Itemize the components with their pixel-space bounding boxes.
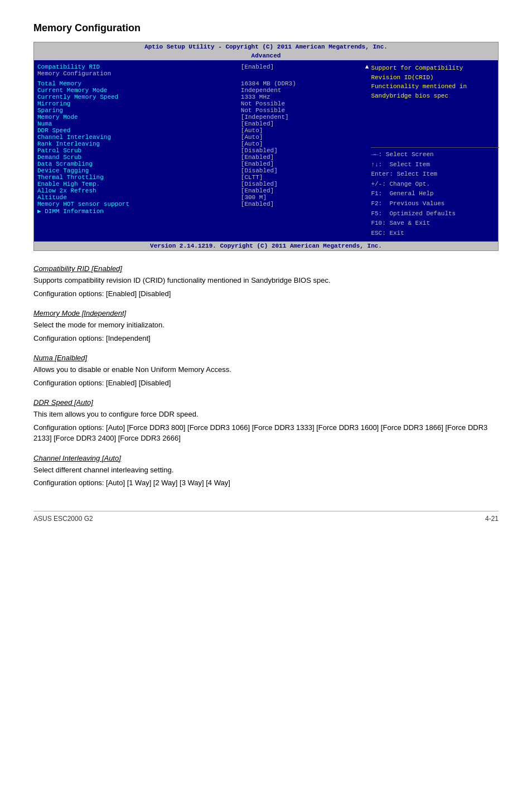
bios-menu-item-compatibility-rid[interactable]: Compatibility RID [37,64,239,70]
bios-left-panel: Compatibility RID Memory Configuration T… [37,64,239,238]
val-numa: [Enabled] [241,120,369,127]
doc-options-ddr-speed: Configuration options: [Auto] [Force DDR… [33,422,499,444]
doc-section: Compatibility RID [Enabled] Supports com… [33,264,499,489]
bios-help-text: Support for Compatibility Revision ID(CR… [371,64,499,100]
bios-menu-item-sparing[interactable]: Sparing [37,107,239,114]
bios-right-panel: Support for Compatibility Revision ID(CR… [371,64,499,238]
doc-desc-numa: Allows you to disable or enable Non Unif… [33,364,499,375]
val-hot-sensor: [Enabled] [241,201,369,207]
doc-title-numa: Numa [Enalbled] [33,354,499,362]
bios-menu-item-ddr-speed[interactable]: DDR Speed [37,127,239,134]
bios-menu-item-allow-2x-refresh[interactable]: Allow 2x Refresh [37,187,239,194]
bios-active-tab[interactable]: Advanced [252,52,281,59]
doc-title-compat-rid: Compatibility RID [Enabled] [33,264,499,273]
doc-entry-ddr-speed: DDR Speed [Auto] This item allows you to… [33,398,499,444]
val-altitude: [300 M] [241,194,369,201]
bios-menu-item-device-tagging[interactable]: Device Tagging [37,167,239,174]
val-enable-high-temp: [Disabled] [241,181,369,187]
val-channel-interleaving: [Auto] [241,134,369,141]
val-compat-rid: [Enabled] ▲ [241,64,369,70]
val-sparing: Not Possible [241,107,369,114]
page-footer: ASUS ESC2000 G2 4-21 [33,511,499,523]
doc-desc-ddr-speed: This item allows you to configure force … [33,409,499,420]
val-data-scrambling: [Enabled] [241,161,369,167]
bios-menu-item-hot-sensor[interactable]: Memory HOT sensor support [37,201,239,207]
bios-menu-item-dimm-info[interactable]: ▶ DIMM Information [37,207,239,215]
doc-desc-channel-interleaving: Select different channel interleaving se… [33,465,499,476]
bios-menu-item-data-scrambling[interactable]: Data Scrambling [37,161,239,167]
bios-menu-item-total-memory[interactable]: Total Memory [37,80,239,87]
val-memory-speed: 1333 MHz [241,94,369,100]
doc-options-numa: Configuration options: [Enabled] [Disabl… [33,378,499,389]
bios-center-panel: [Enabled] ▲ 16384 MB (DDR3) Independent … [241,64,369,238]
doc-options-channel-interleaving: Configuration options: [Auto] [1 Way] [2… [33,477,499,489]
bios-menu-item-patrol-scrub[interactable]: Patrol Scrub [37,147,239,154]
bios-menu-item-numa[interactable]: Numa [37,120,239,127]
bios-menu-item-thermal-throttling[interactable]: Thermal Throttling [37,174,239,181]
bios-body: Compatibility RID Memory Configuration T… [34,60,498,241]
bios-menu-item-memory-speed[interactable]: Currently Memory Speed [37,94,239,100]
bios-menu-item-rank-interleaving[interactable]: Rank Interleaving [37,141,239,147]
doc-entry-memory-mode: Memory Mode [Independent] Select the mod… [33,309,499,344]
val-ddr-speed: [Auto] [241,127,369,134]
bios-screen: Aptio Setup Utility - Copyright (C) 2011… [33,42,499,251]
val-memory-mode: [Independent] [241,114,369,120]
bios-menu-item-current-memory-mode[interactable]: Current Memory Mode [37,87,239,94]
doc-desc-compat-rid: Supports compatibility revision ID (CRID… [33,275,499,286]
doc-entry-channel-interleaving: Channel Interleaving [Auto] Select diffe… [33,454,499,489]
doc-desc-memory-mode: Select the mode for memory initializaton… [33,320,499,331]
val-rank-interleaving: [Auto] [241,141,369,147]
bios-key-hints: →←: Select Screen ↑↓: Select Item Enter:… [371,150,499,238]
bios-menu-item-memory-mode[interactable]: Memory Mode [37,114,239,120]
doc-title-channel-interleaving: Channel Interleaving [Auto] [33,454,499,462]
val-thermal-throttling: [CLTT] [241,174,369,181]
doc-options-compat-rid: Configuration options: [Enabled] [Disabl… [33,288,499,299]
footer-right: 4-21 [485,515,499,523]
bios-menu-item-enable-high-temp[interactable]: Enable High Temp. [37,181,239,187]
doc-title-memory-mode: Memory Mode [Independent] [33,309,499,317]
doc-title-ddr-speed: DDR Speed [Auto] [33,398,499,407]
doc-entry-numa: Numa [Enalbled] Allows you to disable or… [33,354,499,388]
page-title: Memory Configuration [33,22,499,34]
bios-footer: Version 2.14.1219. Copyright (C) 2011 Am… [34,241,498,250]
footer-left: ASUS ESC2000 G2 [33,515,93,523]
bios-help-divider [371,147,499,148]
bios-menu-item-channel-interleaving[interactable]: Channel Interleaving [37,134,239,141]
doc-options-memory-mode: Configuration options: [Independent] [33,333,499,344]
val-demand-scrub: [Enabled] [241,154,369,161]
bios-menu-item-altitude[interactable]: Altitude [37,194,239,201]
val-dimm-info [241,207,369,214]
bios-tab-bar: Advanced [34,51,498,60]
val-total-memory: 16384 MB (DDR3) [241,80,369,87]
val-device-tagging: [Disabled] [241,167,369,174]
bios-menu-item-memory-config: Memory Configuration [37,70,239,77]
bios-menu-item-mirroring[interactable]: Mirroring [37,100,239,107]
val-memory-config [241,70,369,77]
bios-header: Aptio Setup Utility - Copyright (C) 2011… [34,42,498,51]
val-current-memory-mode: Independent [241,87,369,94]
val-mirroring: Not Possible [241,100,369,107]
bios-menu-item-demand-scrub[interactable]: Demand Scrub [37,154,239,161]
doc-entry-compat-rid: Compatibility RID [Enabled] Supports com… [33,264,499,299]
val-patrol-scrub: [Disabled] [241,147,369,154]
val-allow-2x-refresh: [Enabled] [241,187,369,194]
